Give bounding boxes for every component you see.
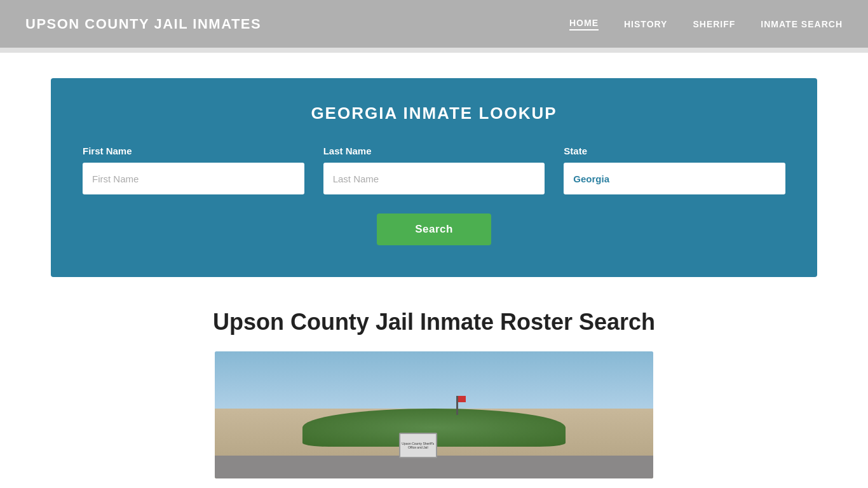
last-name-label: Last Name [323, 146, 545, 156]
sky-layer [215, 351, 653, 409]
search-panel: GEORGIA INMATE LOOKUP First Name Last Na… [51, 78, 817, 277]
road-layer [215, 456, 653, 478]
header-divider [0, 48, 868, 53]
first-name-label: First Name [83, 146, 304, 156]
first-name-input[interactable] [83, 163, 304, 194]
search-button[interactable]: Search [377, 214, 491, 245]
flag-pole [456, 396, 458, 415]
form-row: First Name Last Name State [83, 146, 785, 194]
search-panel-title: GEORGIA INMATE LOOKUP [83, 104, 785, 123]
sign-layer: Upson County Sheriff's Office and Jail [399, 433, 437, 458]
state-input[interactable] [564, 163, 785, 194]
article-title: Upson County Jail Inmate Roster Search [51, 309, 817, 336]
nav-item-sheriff[interactable]: SHERIFF [693, 19, 735, 29]
last-name-input[interactable] [323, 163, 545, 194]
jail-image: Upson County Sheriff's Office and Jail [215, 351, 653, 478]
nav-item-history[interactable]: HISTORY [624, 19, 667, 29]
main-content: GEORGIA INMATE LOOKUP First Name Last Na… [0, 53, 868, 488]
last-name-field: Last Name [323, 146, 545, 194]
state-label: State [564, 146, 785, 156]
site-header: UPSON COUNTY JAIL INMATES HOME HISTORY S… [0, 0, 868, 48]
site-title: UPSON COUNTY JAIL INMATES [25, 16, 261, 32]
state-field: State [564, 146, 785, 194]
main-nav: HOME HISTORY SHERIFF INMATE SEARCH [569, 18, 843, 30]
nav-item-inmate-search[interactable]: INMATE SEARCH [761, 19, 843, 29]
first-name-field: First Name [83, 146, 304, 194]
nav-item-home[interactable]: HOME [569, 18, 599, 30]
search-btn-row: Search [83, 214, 785, 245]
